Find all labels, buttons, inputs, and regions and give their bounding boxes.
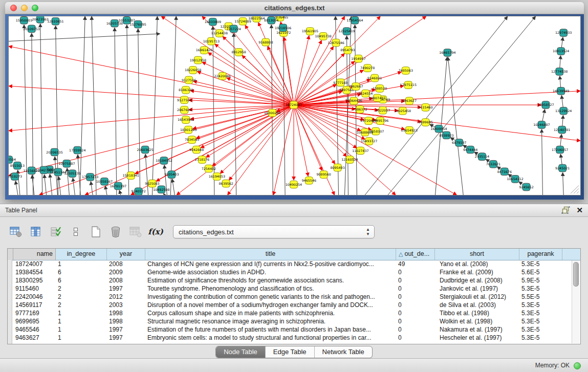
network-canvas[interactable]: 1872400712205619112544381019571316961426… [8, 16, 581, 195]
close-window-button[interactable] [10, 5, 17, 11]
delete-table-icon[interactable] [129, 225, 142, 238]
graph-node[interactable]: 10913524 [553, 48, 569, 55]
graph-node[interactable]: 8471676 [497, 168, 512, 176]
table-row[interactable]: 1938455462009Genome-wide association stu… [8, 268, 572, 276]
graph-node[interactable]: 2935114 [475, 153, 489, 161]
graph-node[interactable]: 9474444 [463, 146, 477, 154]
table-row[interactable]: 2242004622012Investigating the contribut… [8, 293, 572, 301]
column-header-short[interactable]: short [435, 249, 519, 260]
graph-node[interactable]: 9240572 [131, 188, 145, 195]
graph-node[interactable]: 8186328 [179, 86, 193, 94]
column-header-gutter[interactable] [8, 249, 13, 260]
column-header-pagerank[interactable]: pagerank [519, 249, 562, 260]
graph-node[interactable]: 9146821 [367, 74, 382, 82]
graph-node[interactable]: 2867608 [177, 106, 191, 114]
graph-node[interactable]: 17206057 [552, 146, 568, 154]
table-row[interactable]: 969969511998Structural magnetic resonanc… [8, 317, 572, 325]
column-visibility-icon[interactable] [29, 225, 42, 238]
graph-node[interactable]: 1588520 [373, 85, 387, 93]
graph-node[interactable]: 17359924 [69, 146, 85, 154]
graph-node[interactable]: 10195713 [203, 37, 220, 45]
graph-node[interactable]: 9245652 [519, 183, 533, 191]
close-panel-icon[interactable]: ✕ [576, 206, 583, 215]
table-mode-icon[interactable] [9, 225, 23, 238]
graph-node[interactable]: 11954564 [346, 16, 363, 24]
column-header-year[interactable]: year [107, 249, 145, 260]
graph-node[interactable]: 10025458 [395, 107, 411, 115]
table-row[interactable]: 1456911722003Disruption of a novel membe… [8, 301, 572, 309]
graph-node[interactable]: 18226058 [185, 67, 201, 74]
graph-node[interactable]: 10246887 [533, 121, 550, 129]
table-row[interactable]: 946362711997Embryonic stem cells: a mode… [8, 334, 572, 342]
graph-node[interactable]: 6879197 [452, 139, 466, 147]
graph-node[interactable]: 9245021 [555, 164, 570, 172]
tab-edge-table[interactable]: Edge Table [266, 346, 315, 358]
graph-node[interactable]: 20423563 [32, 16, 48, 23]
clear-selection-icon[interactable] [69, 225, 82, 238]
graph-node[interactable]: 16465794 [439, 49, 455, 57]
graph-node[interactable]: 12325419 [338, 28, 355, 35]
graph-node[interactable]: 16033809 [205, 18, 221, 26]
column-header-name[interactable]: name [13, 249, 56, 260]
tab-node-table[interactable]: Node Table [216, 346, 266, 358]
graph-node[interactable]: 12160524 [341, 156, 358, 164]
select-rows-icon[interactable] [49, 225, 62, 238]
graph-node[interactable]: 7386372 [353, 106, 367, 114]
graph-node[interactable]: 20109753 [24, 25, 40, 33]
graph-node[interactable]: 9089560 [317, 171, 331, 179]
table-row[interactable]: 1830029562008Estimation of significance … [8, 276, 572, 285]
graph-node[interactable]: 9463627 [402, 97, 417, 105]
graph-node[interactable]: 13129924 [555, 107, 572, 115]
table-row[interactable]: 946554611997Estimation of the future num… [8, 325, 572, 334]
table-row[interactable]: 1872400712008Changes of HCN gene express… [8, 260, 572, 268]
window-titlebar[interactable]: citations_edges.txt [5, 2, 584, 14]
column-header-in_degree[interactable]: in_degree [56, 249, 107, 260]
table-row[interactable]: 977716911998Corpus callosum shape and si… [8, 309, 572, 317]
graph-node[interactable]: 8915013 [10, 162, 25, 169]
memory-ok-indicator[interactable] [574, 362, 581, 369]
table-row[interactable]: 911546021997Tourette syndrome. Phenomeno… [8, 285, 572, 293]
graph-node[interactable]: 11027437 [352, 147, 368, 155]
float-panel-icon[interactable] [561, 206, 570, 214]
graph-node[interactable]: 8639562 [219, 180, 233, 187]
graph-node[interactable]: 12475546 [328, 39, 344, 47]
graph-node[interactable]: 12610651 [47, 17, 63, 25]
graph-node[interactable]: 7834563 [185, 136, 199, 144]
graph-node[interactable]: 7632621 [486, 160, 500, 168]
graph-node[interactable]: 15958527 [537, 101, 554, 109]
graph-node[interactable]: 12140781 [554, 126, 570, 134]
graph-node[interactable]: 2718176 [195, 156, 209, 164]
table-header-row[interactable]: namein_degreeyeartitle△out_de...shortpag… [8, 249, 580, 260]
column-header-out_degree[interactable]: △out_de... [396, 249, 435, 260]
graph-node[interactable]: 9127506 [182, 76, 196, 84]
function-builder-icon[interactable]: f(x) [149, 225, 162, 238]
tab-network-table[interactable]: Network Table [315, 346, 372, 358]
graph-node[interactable]: 15950003 [16, 16, 32, 24]
graph-node[interactable]: 8954793 [340, 47, 355, 54]
graph-node[interactable]: 1954957 [351, 55, 365, 62]
graph-node[interactable]: 10975887 [58, 160, 75, 167]
new-column-icon[interactable] [89, 225, 102, 238]
graph-node[interactable]: 11254438 [211, 30, 228, 37]
graph-node[interactable]: 10492508 [153, 186, 169, 193]
graph-node[interactable]: 9168808 [258, 38, 273, 46]
graph-node[interactable]: 16961426 [196, 47, 212, 54]
graph-node[interactable]: 7254402 [202, 165, 216, 172]
column-header-title[interactable]: title [145, 249, 396, 260]
graph-node[interactable]: 8912958 [231, 49, 246, 56]
graph-node[interactable]: 9105403 [164, 171, 179, 179]
graph-node[interactable]: 12505135 [64, 170, 80, 178]
graph-node[interactable]: 19654923 [401, 126, 418, 134]
graph-node[interactable]: 7485063 [399, 67, 413, 75]
graph-node[interactable]: 12974933 [555, 29, 572, 37]
graph-node[interactable]: 12774538 [551, 68, 568, 76]
table-selector[interactable]: citations_edges.txt ▲▼ [173, 225, 375, 238]
graph-node[interactable]: 16543962 [178, 116, 194, 124]
graph-node[interactable]: 14639949 [553, 87, 569, 95]
graph-node[interactable]: 15720407 [360, 117, 377, 125]
graph-node[interactable]: 10654112 [507, 176, 524, 183]
canvas-resize-grip[interactable] [571, 186, 579, 194]
graph-node[interactable]: 3918273 [9, 173, 22, 181]
graph-node[interactable]: 8095493 [330, 164, 344, 171]
graph-node[interactable]: 20206535 [46, 148, 62, 156]
